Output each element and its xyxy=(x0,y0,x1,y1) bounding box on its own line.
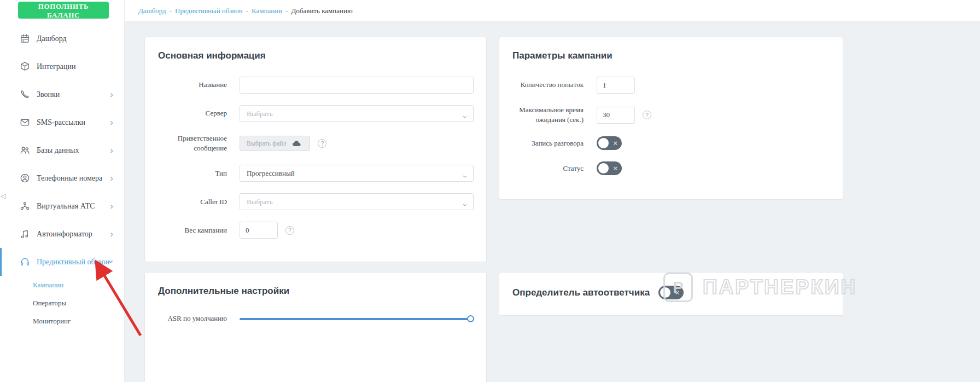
cloud-upload-icon xyxy=(291,140,303,148)
card-title: Основная информация xyxy=(158,50,473,61)
sidebar: ПОПОЛНИТЬ БАЛАНС Дашборд Интеграции Звон… xyxy=(0,0,125,382)
type-select-value: Прогрессивный xyxy=(247,169,295,177)
sidebar-item-label: SMS-рассылки xyxy=(37,118,85,127)
slider-handle[interactable] xyxy=(467,315,474,322)
submenu-item-operators[interactable]: Операторы xyxy=(0,294,124,312)
max-wait-row: Максимальное время ожидания (сек.) ? xyxy=(512,105,830,125)
caller-id-select[interactable]: Выбрать › xyxy=(240,193,474,210)
breadcrumb-link-dashboard[interactable]: Дашборд xyxy=(138,7,166,15)
asr-label: ASR по умолчанию xyxy=(158,314,227,323)
breadcrumb-link-campaigns[interactable]: Кампании xyxy=(252,7,282,15)
main-content: Дашборд - Предиктивный обзвон - Кампании… xyxy=(125,0,980,382)
sidebar-item-calls[interactable]: Звонки › xyxy=(0,80,124,108)
greeting-row: Приветственное сообщение Выбрать файл ? xyxy=(158,134,473,153)
server-select[interactable]: Выбрать › xyxy=(240,105,474,122)
chevron-down-icon: › xyxy=(457,204,473,207)
person-circle-icon xyxy=(20,173,31,184)
help-icon[interactable]: ? xyxy=(643,111,651,119)
record-toggle[interactable]: × xyxy=(597,136,622,150)
sidebar-item-label: Базы данных xyxy=(37,146,79,155)
toggle-knob xyxy=(598,163,609,173)
greeting-label: Приветственное сообщение xyxy=(158,134,227,153)
caller-id-select-placeholder: Выбрать xyxy=(247,198,273,206)
attempts-row: Количество попыток xyxy=(512,77,830,94)
weight-row: Вес кампании ? xyxy=(158,222,473,239)
phone-call-icon xyxy=(20,89,31,100)
users-icon xyxy=(20,145,31,156)
server-row: Сервер Выбрать › xyxy=(158,105,473,122)
topbar: Дашборд - Предиктивный обзвон - Кампании… xyxy=(125,0,980,22)
chevron-right-icon: › xyxy=(110,229,113,238)
sidebar-item-label: Звонки xyxy=(37,90,60,99)
breadcrumb-current: Добавить кампанию xyxy=(291,7,353,15)
card-title: Определитель автоответчика xyxy=(512,287,650,298)
type-label: Тип xyxy=(158,169,227,178)
sidebar-collapse-icon[interactable]: ◁ xyxy=(1,192,5,200)
slider-track xyxy=(240,318,472,320)
record-row: Запись разговора × xyxy=(512,136,830,150)
help-icon[interactable]: ? xyxy=(318,139,326,148)
type-select[interactable]: Прогрессивный › xyxy=(240,165,474,182)
card-title: Параметры кампании xyxy=(512,50,830,61)
chevron-right-icon: › xyxy=(110,145,113,154)
dashboard-icon xyxy=(20,33,31,44)
sidebar-nav: Дашборд Интеграции Звонки › SMS-рассылки… xyxy=(0,25,124,330)
toggle-off-icon: × xyxy=(613,139,617,147)
max-wait-input[interactable] xyxy=(597,107,635,124)
sidebar-item-predictive-dialing[interactable]: Предиктивный обзвон › xyxy=(0,248,124,276)
chevron-right-icon: › xyxy=(110,201,113,210)
name-row: Название xyxy=(158,77,473,94)
status-toggle[interactable]: × xyxy=(597,161,622,175)
sidebar-item-virtual-pbx[interactable]: Виртуальная АТС › xyxy=(0,192,124,220)
server-label: Сервер xyxy=(158,108,227,118)
amd-toggle[interactable]: × xyxy=(658,286,684,299)
campaign-params-card: Параметры кампании Количество попыток Ма… xyxy=(499,37,843,200)
breadcrumb-link-predictive-dialing[interactable]: Предиктивный обзвон xyxy=(175,7,243,15)
chevron-right-icon: › xyxy=(110,117,113,126)
status-row: Статус × xyxy=(512,161,830,175)
caller-id-label: Caller ID xyxy=(158,197,227,207)
top-up-balance-button[interactable]: ПОПОЛНИТЬ БАЛАНС xyxy=(18,2,109,19)
help-icon[interactable]: ? xyxy=(285,226,294,235)
breadcrumb-separator: - xyxy=(246,7,248,15)
caller-id-row: Caller ID Выбрать › xyxy=(158,193,473,210)
record-label: Запись разговора xyxy=(512,138,584,148)
name-input[interactable] xyxy=(240,77,474,94)
sidebar-item-label: Дашборд xyxy=(37,34,67,43)
chevron-down-icon: › xyxy=(457,176,473,178)
name-label: Название xyxy=(158,80,227,90)
network-icon xyxy=(20,201,31,212)
sidebar-item-integrations[interactable]: Интеграции xyxy=(0,53,124,80)
headphones-icon xyxy=(20,257,31,268)
integrations-cube-icon xyxy=(20,61,31,72)
sidebar-item-phone-numbers[interactable]: Телефонные номера › xyxy=(0,164,124,192)
sidebar-item-label: Автоинформатор xyxy=(37,230,92,239)
attempts-label: Количество попыток xyxy=(512,80,584,90)
attempts-input[interactable] xyxy=(597,77,635,94)
toggle-knob xyxy=(660,287,670,298)
submenu-item-monitoring[interactable]: Мониторинг xyxy=(0,312,124,330)
chevron-right-icon: › xyxy=(110,173,113,182)
envelope-icon xyxy=(20,117,31,128)
breadcrumb-separator: - xyxy=(285,7,288,15)
type-row: Тип Прогрессивный › xyxy=(158,165,473,182)
weight-input[interactable] xyxy=(240,222,278,239)
asr-row: ASR по умолчанию xyxy=(158,312,473,326)
sidebar-item-label: Телефонные номера xyxy=(37,174,102,183)
sidebar-item-sms[interactable]: SMS-рассылки › xyxy=(0,108,124,136)
weight-label: Вес кампании xyxy=(158,225,227,235)
amd-card: Определитель автоответчика × xyxy=(499,272,843,316)
chevron-down-icon: › xyxy=(457,115,473,118)
max-wait-label: Максимальное время ожидания (сек.) xyxy=(512,105,584,125)
chevron-right-icon: › xyxy=(110,89,113,99)
submenu-item-campaigns[interactable]: Кампании xyxy=(0,276,124,294)
choose-file-button[interactable]: Выбрать файл xyxy=(240,136,310,151)
extra-settings-card: Дополнительные настройки ASR по умолчани… xyxy=(144,272,487,382)
asr-slider[interactable] xyxy=(240,312,473,326)
breadcrumb-separator: - xyxy=(170,7,172,15)
sidebar-item-dashboard[interactable]: Дашборд xyxy=(0,25,124,53)
sidebar-item-label: Виртуальная АТС xyxy=(37,202,95,211)
sidebar-item-autoinformer[interactable]: Автоинформатор › xyxy=(0,220,124,248)
breadcrumb: Дашборд - Предиктивный обзвон - Кампании… xyxy=(138,7,353,15)
sidebar-item-databases[interactable]: Базы данных › xyxy=(0,136,124,164)
